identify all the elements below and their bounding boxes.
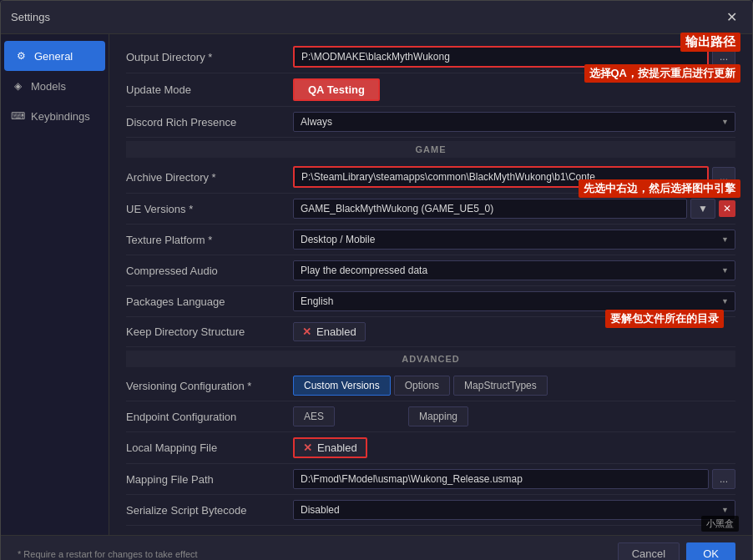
sidebar-item-general[interactable]: ⚙ General [4,41,105,71]
window-title: Settings [11,11,50,23]
mapping-path-browse[interactable]: ... [712,469,735,489]
keep-directory-row: Keep Directory Structure ✕ Enabled [126,317,735,347]
texture-platform-select[interactable]: Desktop / Mobile [293,230,735,250]
discord-row: Discord Rich Presence Always [126,107,735,138]
output-directory-input[interactable] [293,46,709,68]
ue-versions-control: ▼ ✕ [293,199,735,219]
update-mode-control: QA Testing [293,78,735,101]
endpoint-mapping-button[interactable]: Mapping [408,406,468,426]
advanced-divider: ADVANCED [126,351,735,367]
texture-platform-control: Desktop / Mobile [293,230,735,250]
local-mapping-control: ✕ Enabled [293,437,735,458]
compressed-audio-label: Compressed Audio [126,265,293,277]
local-mapping-label: Local Mapping File [126,441,293,454]
compressed-audio-select[interactable]: Play the decompressed data [293,260,735,280]
versioning-row: Versioning Configuration * Custom Versio… [126,371,735,401]
ue-versions-dropdown[interactable]: ▼ [690,199,715,219]
output-directory-row: Output Directory * ... 输出路径 [126,41,735,73]
compressed-audio-control: Play the decompressed data [293,260,735,280]
update-mode-label: Update Mode [126,83,293,96]
footer: * Require a restart for changes to take … [1,535,752,560]
discord-select-wrapper: Always [293,112,735,132]
endpoint-row: Endpoint Configuration AES Mapping [126,401,735,432]
models-icon: ◈ [11,79,24,93]
output-directory-browse[interactable]: ... [712,47,735,67]
settings-section: Output Directory * ... 输出路径 Update Mode … [109,34,752,532]
output-directory-label: Output Directory * [126,51,293,63]
mapping-path-control: ... [293,469,735,489]
footer-buttons: Cancel OK [618,542,735,560]
archive-directory-label: Archive Directory * [126,171,293,184]
watermark: 小黑盒 [701,516,739,532]
versioning-custom-button[interactable]: Custom Versions [293,376,391,396]
mapping-path-label: Mapping File Path [126,473,293,486]
serialize-select[interactable]: Disabled [293,500,735,520]
sidebar-label-general: General [34,50,73,63]
packages-language-row: Packages Language English [126,286,735,317]
content-area: ⚙ General ◈ Models ⌨ Keybindings Output … [1,34,752,535]
ue-versions-row: UE Versions * ▼ ✕ 先选中右边，然后选择图中引擎 [126,194,735,225]
sidebar-item-keybindings[interactable]: ⌨ Keybindings [1,101,109,131]
serialize-select-wrapper: Disabled [293,500,735,520]
update-mode-qa-button[interactable]: QA Testing [293,78,380,101]
x-mark-icon: ✕ [302,325,311,338]
endpoint-aes-button[interactable]: AES [293,406,335,426]
serialize-label: Serialize Script Bytecode [126,504,293,517]
local-mapping-x-icon: ✕ [303,441,312,454]
sidebar: ⚙ General ◈ Models ⌨ Keybindings [1,34,109,535]
sidebar-label-keybindings: Keybindings [31,110,90,123]
versioning-control: Custom Versions Options MapStructTypes [293,376,735,396]
ue-version-inner: ▼ ✕ [293,199,735,219]
title-bar: Settings ✕ [1,1,752,34]
local-mapping-toggle[interactable]: ✕ Enabled [293,437,367,458]
serialize-control: Disabled [293,500,735,520]
versioning-buttons: Custom Versions Options MapStructTypes [293,376,548,396]
archive-directory-row: Archive Directory * ... 要解包文件所在的目录 [126,161,735,194]
sidebar-label-models: Models [31,80,66,93]
versioning-options-button[interactable]: Options [394,376,450,396]
compressed-audio-row: Compressed Audio Play the decompressed d… [126,255,735,286]
keep-directory-label: Keep Directory Structure [126,325,293,338]
texture-platform-label: Texture Platform * [126,234,293,246]
ue-versions-label: UE Versions * [126,203,293,215]
endpoint-control: AES Mapping [293,406,735,426]
packages-language-control: English [293,291,735,311]
packages-language-select[interactable]: English [293,291,735,311]
compressed-audio-select-wrapper: Play the decompressed data [293,260,735,280]
ue-versions-close[interactable]: ✕ [719,200,735,217]
mapping-path-input[interactable] [293,469,709,489]
cancel-button[interactable]: Cancel [618,542,680,560]
discord-select[interactable]: Always [293,112,735,132]
settings-window: Settings ✕ ⚙ General ◈ Models ⌨ Keybindi… [0,0,753,560]
endpoint-label: Endpoint Configuration [126,411,293,423]
mapping-path-row: Mapping File Path ... [126,464,735,495]
versioning-map-button[interactable]: MapStructTypes [453,376,548,396]
keep-directory-toggle[interactable]: ✕ Enabled [293,322,366,341]
serialize-row: Serialize Script Bytecode Disabled [126,495,735,526]
footer-note: * Require a restart for changes to take … [18,549,198,559]
close-button[interactable]: ✕ [721,8,742,27]
texture-platform-select-wrapper: Desktop / Mobile [293,230,735,250]
discord-control: Always [293,112,735,132]
gear-icon: ⚙ [14,49,28,63]
endpoint-buttons: AES Mapping [293,406,468,426]
discord-label: Discord Rich Presence [126,116,293,129]
versioning-label: Versioning Configuration * [126,380,293,392]
archive-directory-browse[interactable]: ... [712,167,735,187]
texture-platform-row: Texture Platform * Desktop / Mobile [126,225,735,255]
sidebar-item-models[interactable]: ◈ Models [1,71,109,101]
ok-button[interactable]: OK [686,542,735,560]
local-mapping-value: Enabled [317,441,357,454]
archive-directory-input[interactable] [293,166,709,188]
keep-directory-value: Enabled [316,325,356,338]
local-mapping-row: Local Mapping File ✕ Enabled 选中Enabled，然… [126,432,735,464]
main-content: Output Directory * ... 输出路径 Update Mode … [109,34,752,535]
update-mode-row: Update Mode QA Testing 选择QA，按提示重启进行更新 [126,73,735,107]
archive-directory-control: ... [293,166,735,188]
game-divider: GAME [126,141,735,158]
output-directory-control: ... [293,46,735,68]
ue-versions-input[interactable] [293,199,687,219]
keep-directory-control: ✕ Enabled [293,322,735,341]
packages-language-select-wrapper: English [293,291,735,311]
packages-language-label: Packages Language [126,295,293,308]
